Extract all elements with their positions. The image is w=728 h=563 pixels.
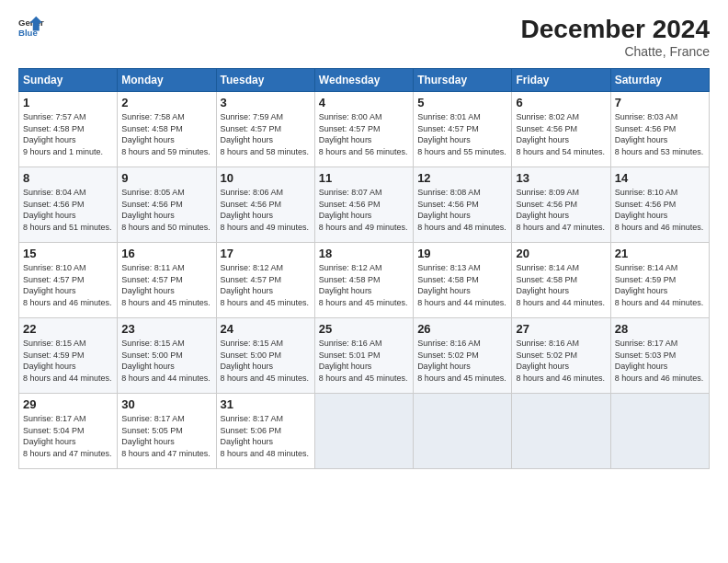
day-cell: 24 Sunrise: 8:15 AMSunset: 5:00 PMDaylig… [216,318,314,394]
day-number: 24 [221,322,311,336]
day-cell: 13 Sunrise: 8:09 AMSunset: 4:56 PMDaylig… [512,167,610,243]
day-number: 11 [319,171,409,185]
logo: General Blue [18,15,44,40]
day-info: Sunrise: 8:10 AMSunset: 4:57 PMDaylight … [23,263,112,307]
day-cell: 28 Sunrise: 8:17 AMSunset: 5:03 PMDaylig… [610,318,709,394]
day-info: Sunrise: 8:03 AMSunset: 4:56 PMDaylight … [615,112,704,156]
day-info: Sunrise: 7:57 AMSunset: 4:58 PMDaylight … [23,112,103,156]
day-info: Sunrise: 8:05 AMSunset: 4:56 PMDaylight … [121,188,210,232]
day-cell: 27 Sunrise: 8:16 AMSunset: 5:02 PMDaylig… [512,318,610,394]
day-cell: 25 Sunrise: 8:16 AMSunset: 5:01 PMDaylig… [314,318,413,394]
day-info: Sunrise: 8:14 AMSunset: 4:59 PMDaylight … [615,263,704,307]
day-number: 4 [319,96,409,109]
day-number: 6 [516,96,606,109]
day-number: 7 [615,96,705,109]
day-info: Sunrise: 8:13 AMSunset: 4:58 PMDaylight … [417,263,506,307]
header-cell-saturday: Saturday [610,69,709,92]
day-number: 25 [319,322,409,336]
header-cell-monday: Monday [118,69,216,92]
day-cell: 31 Sunrise: 8:17 AMSunset: 5:06 PMDaylig… [216,394,314,469]
day-info: Sunrise: 8:15 AMSunset: 4:59 PMDaylight … [23,339,112,383]
day-cell [512,394,610,469]
day-info: Sunrise: 8:17 AMSunset: 5:03 PMDaylight … [615,339,704,383]
day-number: 14 [615,171,705,185]
day-cell [414,394,512,469]
header-cell-sunday: Sunday [19,69,118,92]
day-number: 3 [221,96,311,109]
day-number: 27 [516,322,606,336]
day-cell: 26 Sunrise: 8:16 AMSunset: 5:02 PMDaylig… [414,318,512,394]
day-info: Sunrise: 8:11 AMSunset: 4:57 PMDaylight … [121,263,210,307]
day-info: Sunrise: 8:16 AMSunset: 5:02 PMDaylight … [417,339,506,383]
week-row-3: 15 Sunrise: 8:10 AMSunset: 4:57 PMDaylig… [19,243,710,318]
day-info: Sunrise: 8:12 AMSunset: 4:57 PMDaylight … [221,263,310,307]
day-info: Sunrise: 8:17 AMSunset: 5:04 PMDaylight … [23,414,112,458]
calendar-page: General Blue December 2024 Chatte, Franc… [0,0,728,563]
day-cell: 17 Sunrise: 8:12 AMSunset: 4:57 PMDaylig… [216,243,314,318]
day-info: Sunrise: 8:06 AMSunset: 4:56 PMDaylight … [221,188,310,232]
week-row-5: 29 Sunrise: 8:17 AMSunset: 5:04 PMDaylig… [19,394,710,469]
day-info: Sunrise: 8:15 AMSunset: 5:00 PMDaylight … [121,339,210,383]
day-cell: 21 Sunrise: 8:14 AMSunset: 4:59 PMDaylig… [610,243,709,318]
day-number: 20 [516,247,606,260]
day-number: 1 [23,96,113,109]
day-number: 2 [121,96,211,109]
day-number: 28 [615,322,705,336]
header-cell-wednesday: Wednesday [314,69,413,92]
day-cell: 7 Sunrise: 8:03 AMSunset: 4:56 PMDayligh… [610,92,709,167]
day-cell: 9 Sunrise: 8:05 AMSunset: 4:56 PMDayligh… [118,167,216,243]
day-info: Sunrise: 8:01 AMSunset: 4:57 PMDaylight … [417,112,506,156]
day-cell: 12 Sunrise: 8:08 AMSunset: 4:56 PMDaylig… [414,167,512,243]
day-info: Sunrise: 8:15 AMSunset: 5:00 PMDaylight … [221,339,310,383]
day-cell: 22 Sunrise: 8:15 AMSunset: 4:59 PMDaylig… [19,318,118,394]
calendar-table: SundayMondayTuesdayWednesdayThursdayFrid… [18,68,710,469]
day-cell: 30 Sunrise: 8:17 AMSunset: 5:05 PMDaylig… [118,394,216,469]
day-cell: 2 Sunrise: 7:58 AMSunset: 4:58 PMDayligh… [118,92,216,167]
month-title: December 2024 [521,15,710,44]
day-info: Sunrise: 8:02 AMSunset: 4:56 PMDaylight … [516,112,605,156]
day-cell [314,394,413,469]
day-info: Sunrise: 8:16 AMSunset: 5:02 PMDaylight … [516,339,605,383]
day-number: 26 [417,322,507,336]
day-cell: 16 Sunrise: 8:11 AMSunset: 4:57 PMDaylig… [118,243,216,318]
day-cell: 6 Sunrise: 8:02 AMSunset: 4:56 PMDayligh… [512,92,610,167]
day-info: Sunrise: 8:04 AMSunset: 4:56 PMDaylight … [23,188,112,232]
day-number: 9 [121,171,211,185]
day-number: 12 [417,171,507,185]
week-row-2: 8 Sunrise: 8:04 AMSunset: 4:56 PMDayligh… [19,167,710,243]
day-number: 21 [615,247,705,260]
week-row-1: 1 Sunrise: 7:57 AMSunset: 4:58 PMDayligh… [19,92,710,167]
day-cell [610,394,709,469]
day-info: Sunrise: 8:14 AMSunset: 4:58 PMDaylight … [516,263,605,307]
day-info: Sunrise: 8:17 AMSunset: 5:05 PMDaylight … [121,414,210,458]
logo-icon: General Blue [18,15,44,40]
day-info: Sunrise: 8:17 AMSunset: 5:06 PMDaylight … [221,414,310,458]
day-number: 15 [23,247,113,260]
week-row-4: 22 Sunrise: 8:15 AMSunset: 4:59 PMDaylig… [19,318,710,394]
header-row: SundayMondayTuesdayWednesdayThursdayFrid… [19,69,710,92]
day-cell: 8 Sunrise: 8:04 AMSunset: 4:56 PMDayligh… [19,167,118,243]
day-info: Sunrise: 7:59 AMSunset: 4:57 PMDaylight … [221,112,310,156]
day-info: Sunrise: 8:10 AMSunset: 4:56 PMDaylight … [615,188,704,232]
day-cell: 15 Sunrise: 8:10 AMSunset: 4:57 PMDaylig… [19,243,118,318]
day-number: 16 [121,247,211,260]
day-cell: 3 Sunrise: 7:59 AMSunset: 4:57 PMDayligh… [216,92,314,167]
header-cell-friday: Friday [512,69,610,92]
day-info: Sunrise: 8:16 AMSunset: 5:01 PMDaylight … [319,339,408,383]
day-cell: 18 Sunrise: 8:12 AMSunset: 4:58 PMDaylig… [314,243,413,318]
day-number: 29 [23,397,113,411]
day-cell: 1 Sunrise: 7:57 AMSunset: 4:58 PMDayligh… [19,92,118,167]
day-info: Sunrise: 8:12 AMSunset: 4:58 PMDaylight … [319,263,408,307]
location-subtitle: Chatte, France [521,44,710,59]
header-cell-tuesday: Tuesday [216,69,314,92]
day-number: 5 [417,96,507,109]
day-cell: 11 Sunrise: 8:07 AMSunset: 4:56 PMDaylig… [314,167,413,243]
day-number: 8 [23,171,113,185]
day-cell: 23 Sunrise: 8:15 AMSunset: 5:00 PMDaylig… [118,318,216,394]
header-cell-thursday: Thursday [414,69,512,92]
day-info: Sunrise: 8:00 AMSunset: 4:57 PMDaylight … [319,112,408,156]
day-cell: 4 Sunrise: 8:00 AMSunset: 4:57 PMDayligh… [314,92,413,167]
day-cell: 20 Sunrise: 8:14 AMSunset: 4:58 PMDaylig… [512,243,610,318]
day-cell: 19 Sunrise: 8:13 AMSunset: 4:58 PMDaylig… [414,243,512,318]
day-info: Sunrise: 8:09 AMSunset: 4:56 PMDaylight … [516,188,605,232]
